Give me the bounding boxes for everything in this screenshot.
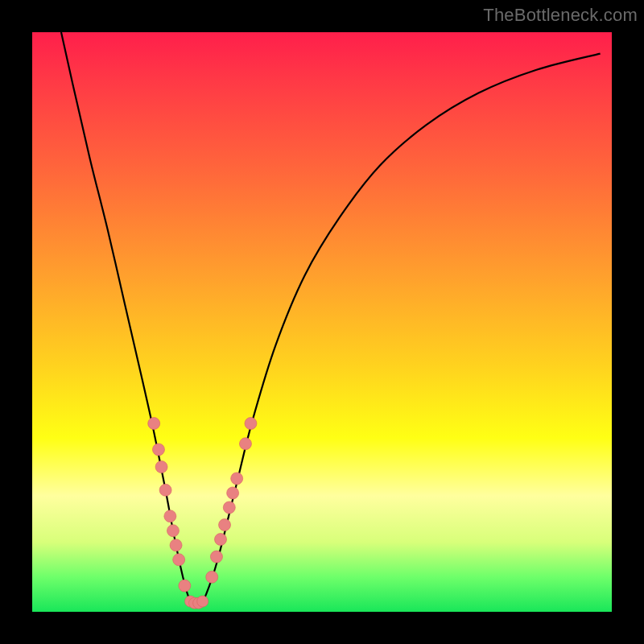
data-point [155,461,167,473]
data-point [159,484,171,496]
data-point [152,444,164,456]
chart-frame: TheBottleneck.com [0,0,644,644]
data-point [227,487,239,499]
data-point [219,519,231,531]
data-point [223,502,235,514]
data-point [167,525,179,537]
data-point [210,551,222,563]
data-point [245,418,257,430]
bottleneck-curve [61,32,601,604]
plot-area [32,32,612,612]
data-point [215,534,227,546]
data-point [170,539,182,551]
data-point [231,473,243,485]
data-point [206,571,218,583]
data-point [173,554,185,566]
points-left [148,418,191,592]
watermark-text: TheBottleneck.com [483,5,638,26]
data-point [164,510,176,522]
data-point [148,418,160,430]
data-point [179,580,191,592]
chart-svg [32,32,612,612]
points-bottom [185,596,208,609]
data-point [197,596,208,607]
data-point [239,438,251,450]
points-right [206,418,257,584]
